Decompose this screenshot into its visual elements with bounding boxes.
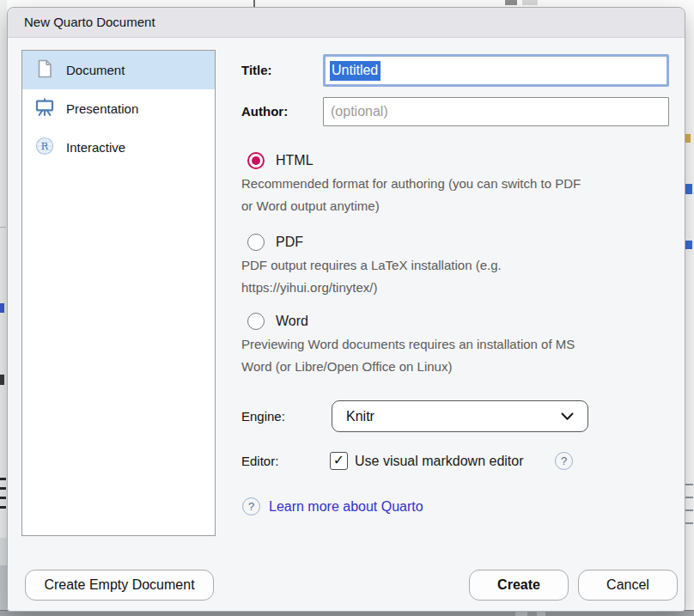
question-mark-icon: ? [248,500,254,513]
background-fragment [685,484,693,485]
document-icon [34,58,55,82]
background-fragment [0,538,7,565]
word-radio-label: Word [276,313,308,330]
sidebar-item-label: Interactive [66,140,125,155]
author-label: Author: [241,97,288,126]
engine-select-value: Knitr [346,409,374,424]
check-icon: ✓ [333,453,344,467]
visual-markdown-editor-checkbox-label: Use visual markdown editor [355,452,524,471]
create-empty-document-button[interactable]: Create Empty Document [25,570,214,601]
background-fragment [0,303,4,313]
background-fragment [522,0,538,5]
new-quarto-document-dialog: New Quarto Document Document [7,7,685,612]
sidebar-item-label: Presentation [66,101,138,116]
title-input[interactable]: Untitled [323,54,669,87]
background-fragment [685,509,693,511]
background-fragment [685,241,692,249]
background-fragment [515,612,527,616]
svg-text:R: R [41,141,49,152]
chevron-down-icon [561,412,574,421]
visual-markdown-editor-checkbox[interactable]: ✓ [330,452,348,470]
background-fragment [685,134,691,143]
sidebar-item-label: Document [66,63,125,77]
pdf-radio[interactable] [247,234,265,251]
create-button[interactable]: Create [469,570,569,601]
background-fragment [0,497,6,499]
background-fragment [0,565,7,610]
background-fragment [0,227,6,228]
word-radio[interactable] [247,313,265,330]
html-radio[interactable] [247,152,265,169]
background-fragment [0,478,6,480]
background-fragment [685,184,692,194]
editor-label: Editor: [241,452,278,471]
background-fragment [685,497,693,498]
sidebar-item-document[interactable]: Document [22,51,215,89]
editor-help-icon[interactable]: ? [555,452,573,470]
pdf-description: PDF output requires a LaTeX installation… [241,254,675,299]
learn-more-help-icon[interactable]: ? [242,497,260,515]
dialog-title: New Quarto Document [24,15,155,29]
question-mark-icon: ? [561,454,567,467]
engine-select[interactable]: Knitr [332,400,588,432]
title-input-selected-text: Untitled [330,61,380,81]
background-fragment [0,375,4,385]
background-fragment [505,0,517,5]
dialog-titlebar[interactable]: New Quarto Document [8,8,685,38]
engine-label: Engine: [241,400,285,432]
interactive-icon: R [34,136,55,159]
background-fragment [253,0,255,7]
html-radio-label: HTML [276,152,314,169]
html-description: Recommended format for authoring (you ca… [241,173,675,217]
learn-more-row: ? Learn more about Quarto [242,497,423,515]
background-fragment [0,506,6,509]
sidebar-item-interactive[interactable]: R Interactive [22,128,215,167]
background-fragment [685,522,693,524]
background-fragment [537,612,545,616]
cancel-button[interactable]: Cancel [578,570,678,601]
background-fragment [0,487,6,490]
word-description: Previewing Word documents requires an in… [241,333,675,378]
learn-more-link[interactable]: Learn more about Quarto [269,499,423,515]
document-type-list: Document Presentation R [21,50,216,536]
title-label: Title: [241,54,272,87]
presentation-icon [34,97,55,120]
sidebar-item-presentation[interactable]: Presentation [22,89,215,128]
pdf-radio-label: PDF [276,234,303,251]
author-input[interactable] [323,97,669,126]
